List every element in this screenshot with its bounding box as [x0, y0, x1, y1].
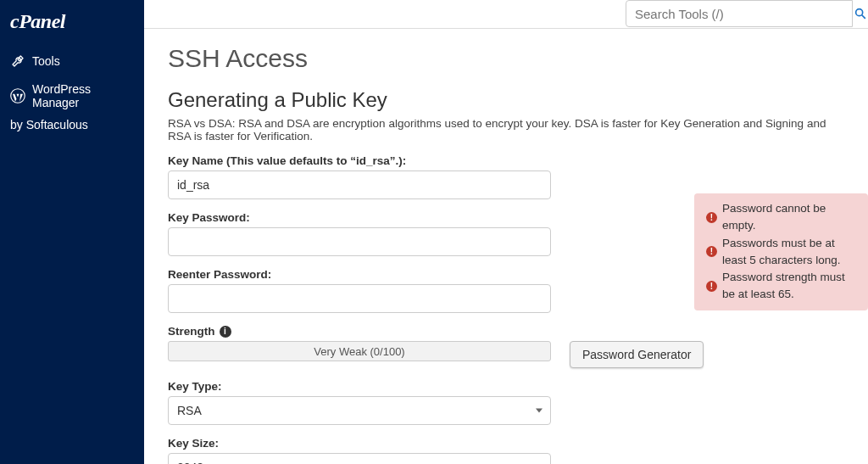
error-icon: ! — [706, 281, 717, 292]
reenter-password-input[interactable] — [168, 284, 551, 313]
key-name-input[interactable] — [168, 171, 551, 199]
sidebar-item-wordpress[interactable]: WordPress Manager — [0, 75, 144, 116]
error-text: Password cannot be empty. — [722, 200, 856, 235]
strength-meter: Very Weak (0/100) — [168, 341, 551, 361]
key-name-label: Key Name (This value defaults to “id_rsa… — [168, 154, 844, 167]
key-type-label: Key Type: — [168, 380, 844, 393]
error-icon: ! — [706, 246, 717, 257]
error-text: Password strength must be at least 65. — [722, 269, 856, 304]
info-icon[interactable]: i — [220, 326, 231, 338]
sidebar-item-label: WordPress Manager — [32, 82, 134, 109]
page-title: SSH Access — [168, 44, 844, 73]
sidebar: cPanel Tools WordPress Manager by Softac… — [0, 0, 144, 464]
key-password-input[interactable] — [168, 227, 551, 256]
key-size-label: Key Size: — [168, 437, 844, 450]
validation-errors: ! Password cannot be empty. ! Passwords … — [694, 193, 868, 310]
brand-logo: cPanel — [0, 10, 144, 47]
page-subheading: Generating a Public Key — [168, 88, 844, 112]
svg-line-2 — [862, 15, 865, 18]
wordpress-icon — [10, 88, 25, 103]
error-text: Passwords must be at least 5 characters … — [722, 235, 856, 270]
error-icon: ! — [706, 212, 717, 223]
error-item: ! Passwords must be at least 5 character… — [706, 235, 856, 270]
sidebar-subtext: by Softaculous — [0, 116, 144, 138]
error-item: ! Password strength must be at least 65. — [706, 269, 856, 304]
error-item: ! Password cannot be empty. — [706, 200, 856, 235]
strength-text: Very Weak (0/100) — [314, 345, 404, 358]
password-generator-button[interactable]: Password Generator — [570, 341, 704, 368]
key-size-select[interactable]: 2048 — [168, 453, 551, 464]
top-search-row — [144, 0, 868, 29]
strength-label: Strength — [168, 325, 215, 338]
search-icon[interactable] — [853, 0, 868, 27]
search-input[interactable] — [626, 0, 853, 27]
key-type-select[interactable]: RSA — [168, 396, 551, 425]
sidebar-item-label: Tools — [32, 54, 60, 68]
page-description: RSA vs DSA: RSA and DSA are encryption a… — [168, 117, 844, 143]
sidebar-item-tools[interactable]: Tools — [0, 47, 144, 75]
tools-icon — [10, 53, 25, 69]
